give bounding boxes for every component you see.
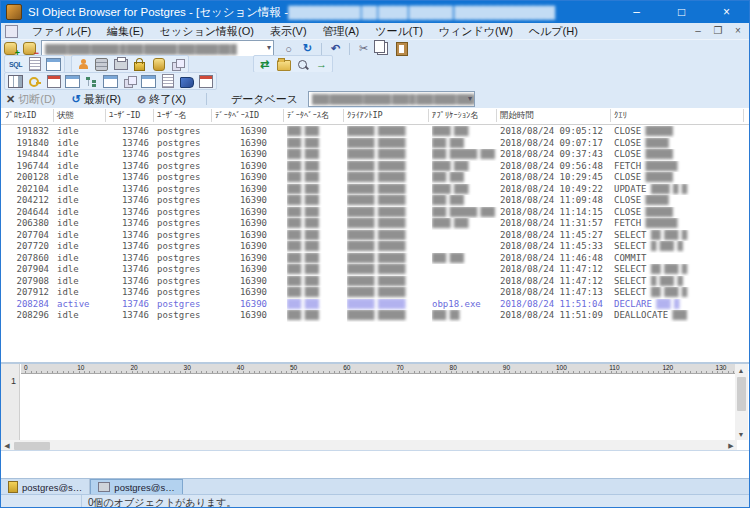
- disconnect-x-icon[interactable]: ✕: [6, 93, 15, 106]
- column-separator[interactable]: [343, 109, 344, 122]
- role-icon[interactable]: [150, 57, 167, 72]
- column-header[interactable]: ﾃﾞｰﾀﾍﾞｰｽID: [215, 110, 259, 120]
- query-editor-pane[interactable]: 0102030405060708090100110120130 1 A ▲ ▼ …: [1, 362, 749, 450]
- maximize-button[interactable]: □: [659, 1, 704, 23]
- column-header[interactable]: ﾃﾞｰﾀﾍﾞｰｽ名: [287, 110, 330, 122]
- column-separator[interactable]: [743, 109, 744, 122]
- scroll-down-icon[interactable]: ▼: [735, 428, 747, 440]
- lock-icon[interactable]: [131, 57, 148, 72]
- table-row[interactable]: 191840idle13746postgres16390███ ████████…: [1, 138, 749, 150]
- column-separator[interactable]: [211, 109, 212, 122]
- table-row[interactable]: 207720idle13746postgres16390███ ████████…: [1, 241, 749, 253]
- table-row[interactable]: 191832idle13746postgres16390███ ████████…: [1, 126, 749, 138]
- key-icon[interactable]: [26, 74, 43, 89]
- table-row[interactable]: 208284active13746postgres16390███ ██████…: [1, 299, 749, 311]
- refresh-icon[interactable]: ↻: [299, 41, 316, 56]
- undo-icon[interactable]: ↶: [327, 41, 344, 56]
- objects-icon[interactable]: [169, 57, 186, 72]
- column-separator[interactable]: [496, 109, 497, 122]
- table-row[interactable]: 207860idle13746postgres16390███ ████████…: [1, 253, 749, 265]
- table-row[interactable]: 204212idle13746postgres16390███ ████████…: [1, 195, 749, 207]
- child-window-icon: [5, 25, 18, 38]
- tab-session-info[interactable]: postgres@s…: [90, 479, 182, 495]
- export-icon[interactable]: →: [313, 57, 330, 72]
- table-header[interactable]: ﾌﾟﾛｾｽID状態ﾕｰｻﾞｰIDﾕｰｻﾞｰ名ﾃﾞｰﾀﾍﾞｰｽIDﾃﾞｰﾀﾍﾞｰｽ…: [1, 108, 749, 125]
- table-row[interactable]: 207904idle13746postgres16390███ ████████…: [1, 264, 749, 276]
- mdi-minimize-button[interactable]: –: [691, 25, 705, 36]
- column-header[interactable]: ｸﾗｲｱﾝﾄIP: [347, 110, 383, 120]
- mdi-close-button[interactable]: ×: [731, 25, 745, 36]
- minimize-button[interactable]: –: [614, 1, 659, 23]
- menu-item[interactable]: 管理(A): [315, 25, 368, 37]
- book-icon[interactable]: [178, 74, 195, 89]
- disconnect-session-button[interactable]: 切断(D): [18, 92, 55, 107]
- connect-icon[interactable]: +: [2, 41, 19, 56]
- table-row[interactable]: 194844idle13746postgres16390███ ████████…: [1, 149, 749, 161]
- note-icon[interactable]: [159, 74, 176, 89]
- disconnect-icon[interactable]: −: [21, 41, 38, 56]
- layers-icon[interactable]: [121, 74, 138, 89]
- tab-session-list[interactable]: postgres@s…: [1, 479, 90, 495]
- column-header[interactable]: ｸｴﾘ: [614, 110, 627, 120]
- table-row[interactable]: 207912idle13746postgres16390███ ████████…: [1, 287, 749, 299]
- storage-icon[interactable]: [93, 57, 110, 72]
- close-button[interactable]: ×: [704, 1, 749, 23]
- menu-item[interactable]: 表示(V): [262, 25, 315, 37]
- table-row[interactable]: 196744idle13746postgres16390███ ████████…: [1, 161, 749, 173]
- table-row[interactable]: 208296idle13746postgres16390███ ████████…: [1, 310, 749, 322]
- column-separator[interactable]: [428, 109, 429, 122]
- column-header[interactable]: ﾕｰｻﾞｰ名: [157, 110, 187, 122]
- record-icon[interactable]: ○: [280, 41, 297, 56]
- column-separator[interactable]: [53, 109, 54, 122]
- terminate-button[interactable]: 終了(X): [149, 92, 186, 107]
- scroll-up-icon[interactable]: ▲: [735, 364, 747, 376]
- panel-icon[interactable]: [45, 57, 62, 72]
- table-icon[interactable]: [7, 74, 24, 89]
- editor-vertical-scrollbar[interactable]: ▲ ▼: [735, 364, 748, 440]
- column-header[interactable]: ﾕｰｻﾞｰID: [109, 110, 141, 120]
- column-header[interactable]: ｱﾌﾟﾘｹｰｼｮﾝ名: [432, 110, 479, 122]
- column-separator[interactable]: [283, 109, 284, 122]
- view-icon[interactable]: [45, 74, 62, 89]
- menu-item[interactable]: ツール(T): [367, 25, 431, 37]
- script-icon[interactable]: [26, 57, 43, 72]
- column-separator[interactable]: [105, 109, 106, 122]
- table-row[interactable]: 200128idle13746postgres16390███ ████████…: [1, 172, 749, 184]
- mdi-restore-button[interactable]: ❐: [711, 25, 725, 36]
- paste-icon[interactable]: [393, 41, 410, 56]
- column-separator[interactable]: [610, 109, 611, 122]
- folder-icon[interactable]: [275, 57, 292, 72]
- window-icon[interactable]: [64, 74, 81, 89]
- sync-icon[interactable]: ⇄: [256, 57, 273, 72]
- table-row[interactable]: 202104idle13746postgres16390███ ████████…: [1, 184, 749, 196]
- refresh-button[interactable]: 最新(R): [84, 92, 121, 107]
- table-row[interactable]: 207704idle13746postgres16390███ ████████…: [1, 230, 749, 242]
- tree-icon[interactable]: [83, 74, 100, 89]
- form-icon[interactable]: [102, 74, 119, 89]
- column-header[interactable]: ﾌﾟﾛｾｽID: [5, 110, 37, 120]
- copy-icon[interactable]: [374, 41, 391, 56]
- date-table-icon[interactable]: [197, 74, 214, 89]
- column-header[interactable]: 開始時間: [500, 110, 534, 122]
- table-row[interactable]: 206380idle13746postgres16390███ ████████…: [1, 218, 749, 230]
- menu-item[interactable]: セッション情報(O): [152, 25, 262, 37]
- vscroll-thumb[interactable]: [737, 377, 746, 411]
- user-icon[interactable]: [74, 57, 91, 72]
- menu-item[interactable]: ファイル(F): [24, 25, 99, 37]
- menu-item[interactable]: 編集(E): [99, 25, 152, 37]
- sql-editor-icon[interactable]: SQL: [7, 57, 24, 72]
- menu-item[interactable]: ウィンドウ(W): [431, 25, 521, 37]
- printer-icon[interactable]: [112, 57, 129, 72]
- column-separator[interactable]: [153, 109, 154, 122]
- table-row[interactable]: 204644idle13746postgres16390███ ████████…: [1, 207, 749, 219]
- database-combobox[interactable]: ███ ██████ █████ ███ █ ███ ████ ███ ██ █…: [308, 91, 475, 107]
- search-db-icon[interactable]: [294, 57, 311, 72]
- menu-item[interactable]: ヘルプ(H): [521, 25, 586, 37]
- table-row[interactable]: 207908idle13746postgres16390███ ████████…: [1, 276, 749, 288]
- column-header[interactable]: 状態: [57, 110, 74, 122]
- hscroll-thumb[interactable]: [14, 442, 50, 450]
- refresh-icon[interactable]: ↺: [72, 93, 81, 106]
- terminate-icon[interactable]: ⊘: [137, 93, 146, 106]
- cut-icon[interactable]: ✂: [355, 41, 372, 56]
- frame-icon[interactable]: [140, 74, 157, 89]
